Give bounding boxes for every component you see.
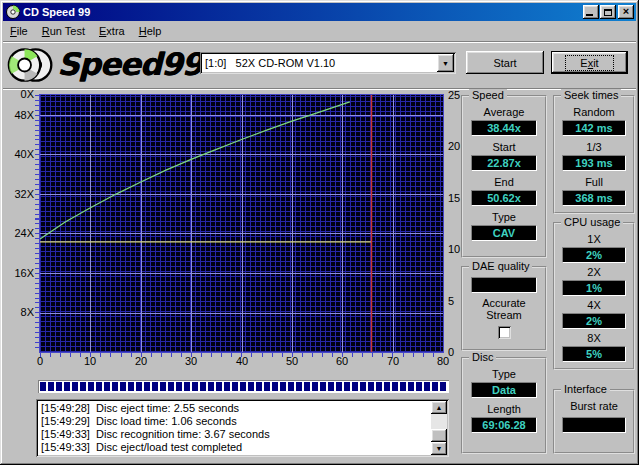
axis-tick-label: 40X [0,148,34,160]
axis-tick-label: 60 [336,355,348,367]
axis-tick-label: 32X [0,188,34,200]
speed-group: Speed Average38.44x Start22.87x End50.62… [461,95,547,258]
scroll-down-button[interactable]: ▼ [431,442,447,455]
seek-times-group: Seek times Random142 ms 1/3193 ms Full36… [553,95,635,214]
maximize-button[interactable] [600,5,616,19]
start-button[interactable]: Start [466,51,544,74]
log-line: [15:49:29] Disc load time: 1.06 seconds [41,415,429,428]
dae-quality-group: DAE quality Accurate Stream [461,266,547,351]
dae-quality-group-title: DAE quality [469,260,532,272]
cpu-2x-value: 1% [562,280,626,296]
speed-chart: 48X40X32X24X16X8X0X 2520151050 010203040… [0,88,458,380]
axis-tick-label: 50 [286,355,298,367]
log-line: [15:49:33] Disc eject/load test complete… [41,441,429,454]
cpu-usage-group-title: CPU usage [561,216,623,228]
menu-help[interactable]: Help [132,23,169,39]
axis-tick-label: 80 [437,355,449,367]
seek-random-value: 142 ms [562,120,626,136]
axis-tick-label: 10 [84,355,96,367]
average-speed-label: Average [484,106,525,118]
dae-quality-value [471,277,537,293]
menu-file[interactable]: File [3,23,35,39]
log-list: [15:49:28] Disc eject time: 2.55 seconds… [36,399,429,457]
axis-tick-label: 20 [135,355,147,367]
menu-run-test[interactable]: Run Test [35,23,92,39]
end-speed-value: 50.62x [471,190,537,206]
disc-group-title: Disc [469,351,496,363]
speed-type-value: CAV [471,225,537,241]
interface-group: Interface Burst rate [553,389,635,454]
app-logo-text: Speed99 [57,46,202,82]
axis-tick-label: 16X [0,267,34,279]
log-scrollbar[interactable]: ▲ ▼ [431,401,447,455]
exit-button[interactable]: Exit [551,51,628,74]
drive-selector[interactable]: [1:0] 52X CD-ROM V1.10 ▼ [200,52,456,74]
chart-plot-area [40,95,443,352]
dropdown-arrow-icon[interactable]: ▼ [437,54,454,72]
exit-button-label: Exit [565,55,613,71]
cpu-8x-label: 8X [587,332,600,344]
disc-group: Disc TypeData Length69:06.28 [461,357,547,454]
seek-full-value: 368 ms [562,190,626,206]
cpu-usage-group: CPU usage 1X2% 2X1% 4X2% 8X5% [553,222,635,370]
axis-tick-label: 24X [0,227,34,239]
interface-group-title: Interface [561,383,610,395]
axis-tick-label: 0X [0,88,34,100]
log-panel: [15:49:28] Disc eject time: 2.55 seconds… [36,399,449,457]
cpu-4x-label: 4X [587,299,600,311]
axis-tick-label: 70 [387,355,399,367]
burst-rate-value [562,417,626,433]
cpu-4x-value: 2% [562,313,626,329]
maximize-icon [604,9,612,16]
seek-times-group-title: Seek times [561,89,621,101]
progress-bar [38,380,449,393]
chart-curves [40,95,443,352]
drive-selector-value: [1:0] 52X CD-ROM V1.10 [200,57,435,69]
start-speed-label: Start [492,141,515,153]
burst-rate-label: Burst rate [570,400,618,412]
cd-app-icon [6,5,20,19]
progress-bar-fill [40,382,447,391]
accurate-stream-checkbox[interactable] [498,326,511,339]
axis-tick-label: 8X [0,306,34,318]
cd-logo-icon [7,44,55,86]
speed-type-label: Type [492,211,516,223]
log-line: [15:49:33] Disc recognition time: 3.67 s… [41,428,429,441]
average-speed-value: 38.44x [471,120,537,136]
scrollbar-track[interactable] [431,414,447,429]
axis-tick-label: 30 [185,355,197,367]
seek-onethird-label: 1/3 [586,141,601,153]
cpu-2x-label: 2X [587,266,600,278]
disc-type-label: Type [492,368,516,380]
seek-full-label: Full [585,176,603,188]
disc-length-label: Length [487,403,521,415]
start-speed-value: 22.87x [471,155,537,171]
minimize-icon [586,14,593,16]
scrollbar-thumb[interactable] [431,429,447,442]
cpu-1x-label: 1X [587,233,600,245]
close-button[interactable]: × [618,5,634,19]
read-speed-curve [40,102,350,239]
disc-length-value: 69:06.28 [471,417,537,433]
cpu-1x-value: 2% [562,247,626,263]
menu-extra[interactable]: Extra [92,23,132,39]
menubar: File Run Test Extra Help [3,22,636,40]
divider [3,41,636,43]
window-title: CD Speed 99 [23,6,582,18]
axis-tick-label: 0 [37,355,43,367]
scroll-up-button[interactable]: ▲ [431,401,447,414]
titlebar: CD Speed 99 × [3,3,636,21]
axis-tick-label: 40 [236,355,248,367]
disc-type-value: Data [471,382,537,398]
close-icon: × [623,6,629,17]
axis-tick-label: 48X [0,109,34,121]
window-controls: × [582,5,634,19]
accurate-stream-label: Accurate Stream [482,297,525,321]
minimize-button[interactable] [583,5,599,19]
seek-onethird-value: 193 ms [562,155,626,171]
end-speed-label: End [494,176,514,188]
log-line: [15:49:28] Disc eject time: 2.55 seconds [41,402,429,415]
seek-random-label: Random [573,106,615,118]
speed-group-title: Speed [469,89,507,101]
cpu-8x-value: 5% [562,346,626,362]
